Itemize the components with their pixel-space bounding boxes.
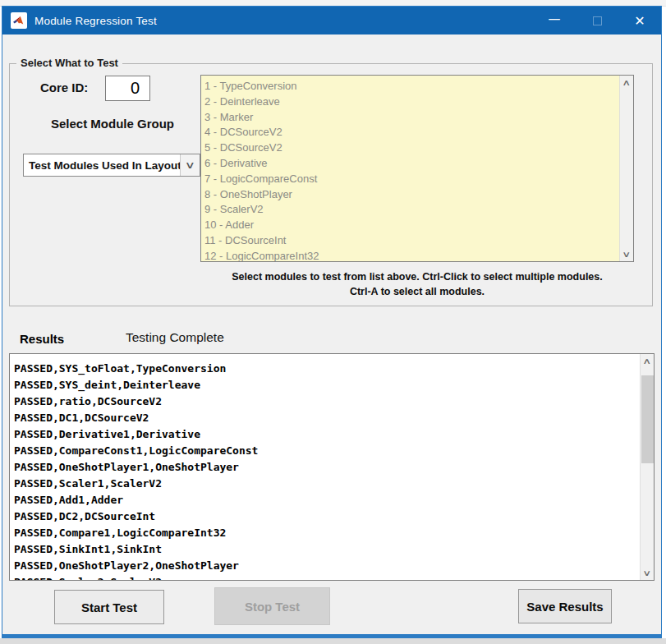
dropdown-chevron-icon[interactable]: ∨ <box>180 154 200 176</box>
result-line[interactable]: PASSED,OneShotPlayer1,OneShotPlayer <box>14 459 640 476</box>
module-list-scrollbar[interactable]: ∧ ∨ <box>619 76 633 261</box>
module-list-item[interactable]: 12 - LogicCompareInt32 <box>204 249 619 261</box>
results-list-items: PASSED,SYS_toFloat,TypeConversionPASSED,… <box>10 354 640 580</box>
module-list-item[interactable]: 9 - ScalerV2 <box>204 202 619 218</box>
result-line[interactable]: PASSED,Derivative1,Derivative <box>14 426 640 443</box>
result-line[interactable]: PASSED,CompareConst1,LogicCompareConst <box>14 443 640 459</box>
module-list-item[interactable]: 3 - Marker <box>204 110 619 126</box>
matlab-app-icon <box>11 12 27 29</box>
hint-line-2: Ctrl-A to select all modules. <box>200 284 634 299</box>
module-list-item[interactable]: 4 - DCSourceV2 <box>204 125 619 140</box>
minimize-icon: — <box>549 12 561 26</box>
result-line[interactable]: PASSED,ratio,DCSourceV2 <box>14 393 640 410</box>
result-line[interactable]: PASSED,DC2,DCSourceInt <box>14 508 640 525</box>
results-scrollbar[interactable]: ∧ ∨ <box>640 354 654 580</box>
module-list-item[interactable]: 2 - Deinterleave <box>204 94 619 110</box>
module-list-item[interactable]: 8 - OneShotPlayer <box>204 187 619 203</box>
matlab-logo-icon <box>13 15 25 26</box>
desktop-background-bottom <box>0 638 666 644</box>
maximize-icon <box>593 16 602 25</box>
scroll-down-icon[interactable]: ∨ <box>641 566 654 580</box>
core-id-label: Core ID: <box>40 80 88 94</box>
module-listbox[interactable]: 1 - TypeConversion2 - Deinterleave3 - Ma… <box>200 75 634 262</box>
stop-test-button: Stop Test <box>214 587 330 625</box>
result-line[interactable]: PASSED,DC1,DCSourceV2 <box>14 410 640 426</box>
groupbox-legend: Select What to Test <box>16 57 122 69</box>
maximize-button[interactable] <box>576 7 618 34</box>
minimize-button[interactable]: — <box>533 7 576 34</box>
result-line[interactable]: PASSED,Add1,Adder <box>14 492 640 508</box>
module-regression-test-window: Module Regression Test — ✕ Select What t… <box>2 6 662 638</box>
module-group-dropdown-value: Test Modules Used In Layout <box>24 159 180 172</box>
result-line[interactable]: PASSED,Scaler2,ScalerV2 <box>14 574 640 580</box>
scroll-up-icon[interactable]: ∧ <box>620 76 633 90</box>
module-list-item[interactable]: 11 - DCSourceInt <box>204 233 619 249</box>
scroll-down-icon[interactable]: ∨ <box>620 247 633 261</box>
close-button[interactable]: ✕ <box>618 7 661 34</box>
titlebar[interactable]: Module Regression Test — ✕ <box>2 7 661 34</box>
result-line[interactable]: PASSED,OneShotPlayer2,OneShotPlayer <box>14 558 640 574</box>
result-line[interactable]: PASSED,SYS_toFloat,TypeConversion <box>14 361 640 377</box>
module-list-item[interactable]: 6 - Derivative <box>204 156 619 172</box>
scrollbar-thumb[interactable] <box>641 375 654 463</box>
result-line[interactable]: PASSED,Scaler1,ScalerV2 <box>14 476 640 492</box>
window-controls: — ✕ <box>533 7 661 34</box>
hint-line-1: Select modules to test from list above. … <box>200 269 634 284</box>
select-module-group-label: Select Module Group <box>25 117 200 131</box>
module-selection-hint: Select modules to test from list above. … <box>200 269 634 299</box>
module-list-items: 1 - TypeConversion2 - Deinterleave3 - Ma… <box>201 76 619 261</box>
module-list-item[interactable]: 5 - DCSourceV2 <box>204 140 619 156</box>
results-label: Results <box>20 332 64 346</box>
module-list-item[interactable]: 1 - TypeConversion <box>204 79 619 94</box>
window-title: Module Regression Test <box>34 15 157 27</box>
result-line[interactable]: PASSED,SinkInt1,SinkInt <box>14 541 640 558</box>
result-line[interactable]: PASSED,Compare1,LogicCompareInt32 <box>14 525 640 541</box>
module-list-item[interactable]: 7 - LogicCompareConst <box>204 172 619 187</box>
results-listbox[interactable]: PASSED,SYS_toFloat,TypeConversionPASSED,… <box>9 353 655 581</box>
scroll-up-icon[interactable]: ∧ <box>641 354 654 368</box>
close-icon: ✕ <box>634 13 645 29</box>
result-line[interactable]: PASSED,SYS_deint,Deinterleave <box>14 377 640 393</box>
module-list-item[interactable]: 10 - Adder <box>204 218 619 233</box>
start-test-button[interactable]: Start Test <box>54 590 164 624</box>
module-group-dropdown[interactable]: Test Modules Used In Layout ∨ <box>23 154 200 177</box>
core-id-input[interactable] <box>105 76 150 101</box>
save-results-button[interactable]: Save Results <box>518 589 612 623</box>
testing-status-text: Testing Complete <box>126 330 224 345</box>
